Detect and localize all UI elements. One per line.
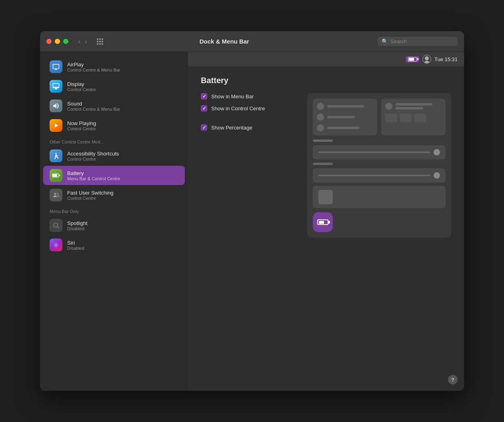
fastuser-name: Fast User Switching — [67, 190, 114, 196]
fullscreen-button[interactable] — [63, 39, 68, 44]
mockup-card-1 — [313, 99, 377, 135]
checkmark-controlcentre: ✓ — [202, 106, 206, 111]
siri-sub: Disabled — [67, 246, 84, 251]
display-name: Display — [67, 81, 96, 87]
nowplaying-icon — [50, 119, 62, 132]
fastuser-sub: Control Centre — [67, 196, 114, 201]
mockup-track-1 — [318, 151, 430, 153]
mockup-bottom-card — [313, 186, 446, 208]
spotlight-sub: Disabled — [67, 226, 88, 231]
traffic-lights — [46, 39, 68, 44]
sidebar-item-spotlight[interactable]: Spotlight Disabled — [43, 216, 185, 235]
mockup-line-2 — [327, 116, 355, 118]
checkbox-row-menubar: ✓ Show in Menu Bar — [201, 93, 298, 100]
svg-point-0 — [56, 153, 57, 154]
checkboxes-area: ✓ Show in Menu Bar ✓ Show in Control Cen… — [201, 93, 298, 238]
nowplaying-sub: Control Centre — [67, 126, 96, 131]
mockup-card-2 — [381, 99, 446, 135]
sidebar-item-fastuser[interactable]: Fast User Switching Control Centre — [43, 185, 185, 205]
mockup-slider-section-1 — [313, 139, 446, 159]
nowplaying-name: Now Playing — [67, 120, 96, 126]
mockup-slider-1 — [313, 145, 446, 159]
accessibility-icon — [50, 149, 62, 162]
preview-area — [307, 93, 451, 238]
accessibility-sub: Control Centre — [67, 157, 119, 161]
accessibility-text: Accessibility Shortcuts Control Centre — [67, 151, 119, 161]
mockup-line-3 — [327, 127, 360, 129]
svg-point-6 — [54, 223, 58, 227]
sound-name: Sound — [67, 101, 120, 107]
checkmark-percentage: ✓ — [202, 125, 206, 130]
battery-name: Battery — [67, 170, 120, 176]
nowplaying-text: Now Playing Control Centre — [67, 120, 96, 131]
mockup-circle-4 — [385, 103, 392, 110]
sidebar-item-airplay[interactable]: AirPlay Control Centre & Menu Bar — [43, 57, 185, 76]
battery-preview-button — [313, 212, 333, 232]
panel-title: Battery — [201, 76, 451, 85]
show-menubar-label: Show in Menu Bar — [211, 94, 254, 100]
mockup-slider-label-1 — [313, 139, 333, 142]
svg-rect-3 — [59, 175, 60, 176]
checkbox-row-percentage: ✓ Show Percentage — [201, 124, 298, 131]
menubar-battery-indicator — [406, 56, 419, 62]
mockup-circle-1 — [317, 103, 324, 110]
siri-icon — [50, 239, 62, 251]
display-icon — [50, 80, 62, 93]
user-circle — [422, 55, 431, 64]
sidebar-item-display[interactable]: Display Control Centre — [43, 77, 185, 96]
system-preferences-window: ‹ › Dock & Menu Bar 🔍 AirPlay Control — [40, 31, 464, 391]
mockup-sm-card-3 — [414, 113, 426, 122]
mockup-slider-2 — [313, 168, 446, 183]
fastuser-icon — [50, 189, 62, 201]
search-bar[interactable]: 🔍 — [378, 37, 458, 46]
sidebar-item-siri[interactable]: Siri Disabled — [43, 235, 185, 255]
mockup-track-2 — [318, 175, 430, 176]
main-panel: Tue 15:31 Battery ✓ Show in Menu Bar — [188, 52, 464, 391]
sound-sub: Control Centre & Menu Bar — [67, 107, 120, 111]
show-controlcentre-label: Show in Control Centre — [211, 106, 265, 111]
spotlight-text: Spotlight Disabled — [67, 220, 88, 231]
show-menubar-checkbox[interactable]: ✓ — [201, 93, 207, 100]
siri-text: Siri Disabled — [67, 240, 84, 251]
show-controlcentre-checkbox[interactable]: ✓ — [201, 105, 207, 111]
sidebar: AirPlay Control Centre & Menu Bar Displa… — [40, 52, 188, 391]
sidebar-item-sound[interactable]: Sound Control Centre & Menu Bar — [43, 96, 185, 115]
display-sub: Control Centre — [67, 87, 96, 92]
control-centre-mockup — [307, 93, 451, 238]
options-area: ✓ Show in Menu Bar ✓ Show in Control Cen… — [201, 93, 451, 238]
sound-icon — [50, 100, 62, 112]
user-head — [425, 56, 429, 60]
show-percentage-checkbox[interactable]: ✓ — [201, 124, 207, 131]
content-area: AirPlay Control Centre & Menu Bar Displa… — [40, 52, 464, 391]
menubar-user-icon — [422, 55, 431, 64]
checkbox-row-controlcentre: ✓ Show in Control Centre — [201, 105, 298, 111]
battery-preview-icon — [317, 219, 328, 225]
close-button[interactable] — [46, 39, 52, 44]
mockup-line-1 — [327, 105, 364, 107]
section-other-label: Other Control Centre Mod... — [40, 135, 188, 146]
airplay-name: AirPlay — [67, 62, 120, 68]
sidebar-item-battery[interactable]: Battery Menu Bar & Control Centre — [43, 166, 185, 185]
mockup-slider-section-2 — [313, 163, 446, 183]
search-input[interactable] — [390, 38, 454, 44]
spotlight-name: Spotlight — [67, 220, 88, 226]
bottom-area: ? — [188, 381, 464, 391]
mockup-line-4 — [396, 103, 432, 106]
battery-sidebar-icon — [50, 169, 62, 182]
mockup-slider-label-2 — [313, 163, 333, 165]
mockup-sm-card-2 — [400, 113, 412, 122]
menubar-time: Tue 15:31 — [434, 56, 458, 62]
mockup-sm-row — [385, 113, 442, 122]
help-button[interactable]: ? — [448, 375, 458, 384]
show-percentage-label: Show Percentage — [211, 125, 252, 131]
mockup-sm-card-1 — [385, 113, 397, 122]
battery-sub: Menu Bar & Control Centre — [67, 176, 120, 181]
sidebar-item-nowplaying[interactable]: Now Playing Control Centre — [43, 116, 185, 135]
sidebar-item-accessibility[interactable]: Accessibility Shortcuts Control Centre — [43, 146, 185, 165]
spotlight-icon — [50, 219, 62, 232]
battery-preview-fill — [319, 221, 324, 224]
window-title: Dock & Menu Bar — [76, 38, 373, 45]
sound-text: Sound Control Centre & Menu Bar — [67, 101, 120, 111]
battery-text: Battery Menu Bar & Control Centre — [67, 170, 120, 181]
minimize-button[interactable] — [55, 39, 60, 44]
